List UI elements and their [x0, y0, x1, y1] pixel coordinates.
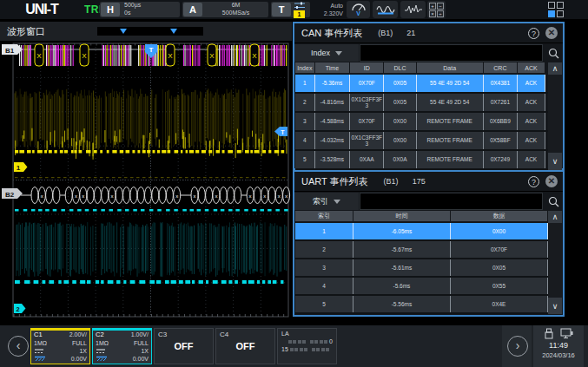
scroll-down-icon[interactable]: ∨: [548, 153, 562, 170]
event-cell: 0X4E: [451, 296, 548, 312]
collapse-left-button[interactable]: ‹: [8, 336, 29, 357]
la-bit-indicator: [302, 340, 306, 344]
channel4-box[interactable]: C4 OFF: [215, 328, 275, 364]
svg-text:x: x: [278, 193, 281, 199]
event-row-4[interactable]: 4-4.032ms0X1C3FF3F30X00REMOTE FRAME0X58B…: [295, 132, 548, 151]
dc-coupling-icon: [96, 348, 106, 354]
event-cell: 3: [295, 113, 315, 130]
uart-scrollbar[interactable]: ∧ ∨: [548, 211, 562, 314]
column-header[interactable]: 时间: [353, 211, 451, 223]
channel2-probe: 1X: [141, 348, 149, 354]
column-header[interactable]: Time: [315, 62, 350, 75]
channel1-name: C1: [34, 331, 43, 338]
uart-window-title: UART 事件列表: [301, 175, 368, 188]
column-header[interactable]: ID: [350, 62, 384, 75]
la-name: LA: [281, 331, 333, 337]
can-filter-dropdown[interactable]: Index: [294, 44, 359, 62]
can-filter-label: Index: [311, 49, 330, 57]
channel1-impedance: 1MΩ: [34, 340, 47, 346]
horizontal-position-bar[interactable]: [97, 27, 203, 36]
layout-grid-icon: [548, 2, 564, 17]
column-header[interactable]: Data: [417, 62, 484, 75]
scope-display[interactable]: XXXXXxxxxxxxxxxxB1B2TT12: [0, 41, 293, 322]
event-row-5[interactable]: 5-3.528ms0XAA0X0AREMOTE FRAME0X7249ACK: [295, 151, 548, 170]
event-row-3[interactable]: 3-4.588ms0X70F0X00REMOTE FRAME0X6BB9ACK: [295, 113, 548, 132]
horizontal-settings-button[interactable]: H 500µs 0s: [100, 2, 180, 17]
scroll-down-icon[interactable]: ∨: [548, 298, 562, 314]
svg-text:T: T: [281, 129, 285, 135]
close-icon[interactable]: ✕: [545, 27, 558, 39]
channel2-box[interactable]: C2 1.00V/ 1MΩ FULL 1X 0.00V: [92, 328, 152, 364]
event-cell: -5.56ms: [353, 296, 451, 312]
column-header[interactable]: ACK: [518, 62, 545, 75]
svg-text:x: x: [215, 193, 217, 199]
event-cell: 0X1C3FF3F3: [350, 132, 384, 149]
event-row-1[interactable]: 1-5.36ms0X70F0X0555 4E 49 2D 540X4381ACK: [295, 75, 548, 94]
can-bus-label: (B1): [378, 29, 393, 37]
can-search-button[interactable]: [544, 44, 563, 62]
la-bit-indicator: [304, 348, 307, 351]
acquire-settings-button[interactable]: A 6M 500MSa/s: [182, 2, 268, 17]
uart-search-button[interactable]: [544, 193, 563, 210]
column-header[interactable]: 数据: [451, 211, 548, 223]
scroll-up-icon[interactable]: ∧: [548, 62, 562, 75]
svg-text:x: x: [175, 193, 178, 199]
waveform-record-button[interactable]: [373, 1, 398, 18]
channel1-box[interactable]: C1 2.00V/ 1MΩ FULL 1X 0.00V: [30, 328, 90, 364]
trigger-position-marker-icon: [170, 29, 177, 34]
scroll-track[interactable]: [548, 75, 562, 153]
svg-text:x: x: [41, 193, 43, 199]
close-icon[interactable]: ✕: [545, 175, 558, 187]
timebase-value: 500µs: [124, 2, 141, 10]
channel3-box[interactable]: C3 OFF: [154, 328, 214, 364]
trigger-sliders-icon: [294, 2, 306, 10]
position-marker-icon: [120, 29, 127, 34]
event-cell: 55 4E 49 2D 54: [417, 94, 484, 111]
column-header[interactable]: CRC: [484, 62, 518, 75]
acquire-letter: A: [183, 3, 202, 16]
event-row-1[interactable]: 1-6.05ms0X00: [295, 223, 548, 241]
event-cell: 4: [295, 278, 353, 294]
event-row-2[interactable]: 2-5.67ms0X70F: [295, 241, 548, 259]
svg-text:x: x: [194, 193, 196, 199]
event-row-2[interactable]: 2-4.816ms0X1C3FF3F30X0555 4E 49 2D 540X7…: [295, 94, 548, 113]
fft-analysis-button[interactable]: [400, 1, 426, 18]
channel2-bandwidth: FULL: [134, 340, 149, 346]
event-row-3[interactable]: 3-5.61ms0X05: [295, 259, 548, 278]
can-table-body: 1-5.36ms0X70F0X0555 4E 49 2D 540X4381ACK…: [295, 75, 548, 170]
help-icon[interactable]: ?: [528, 176, 539, 187]
svg-text:1: 1: [17, 164, 21, 172]
uart-search-input[interactable]: [360, 193, 543, 210]
uart-event-table: 索引时间数据 1-6.05ms0X002-5.67ms0X70F3-5.61ms…: [295, 211, 562, 314]
horizontal-offset-value: 0s: [124, 10, 141, 17]
svg-text:x: x: [249, 193, 252, 199]
can-search-input[interactable]: [360, 44, 543, 62]
expand-right-button[interactable]: ›: [507, 336, 528, 357]
help-icon[interactable]: ?: [528, 28, 539, 39]
uart-window-titlebar: UART 事件列表 (B1) 175 ? ✕: [294, 172, 563, 191]
can-scrollbar[interactable]: ∧ ∨: [548, 62, 562, 170]
brand-logo: UNI-T: [2, 0, 82, 19]
svg-text:T: T: [149, 46, 154, 54]
uart-filter-dropdown[interactable]: 索引: [294, 193, 359, 210]
event-row-4[interactable]: 4-5.6ms0X55: [295, 278, 548, 296]
event-cell: 0X7261: [484, 94, 518, 111]
scroll-up-icon[interactable]: ∧: [548, 211, 562, 223]
la-high-bit-label: 0: [329, 338, 333, 344]
channel2-name: C2: [96, 331, 104, 338]
event-row-5[interactable]: 5-5.56ms0X4E: [295, 296, 548, 314]
top-toolbar: UNI-T TRIGED H 500µs 0s A 6M 500MSa/s T …: [0, 0, 588, 19]
display-layout-button[interactable]: [545, 1, 566, 18]
channel3-state: OFF: [158, 341, 209, 351]
scroll-track[interactable]: [548, 223, 562, 298]
trigger-settings-button[interactable]: T 1: [271, 2, 310, 17]
event-cell: 0XAA: [350, 151, 384, 168]
column-header[interactable]: 索引: [295, 211, 353, 223]
column-header[interactable]: DLC: [384, 62, 416, 75]
column-header[interactable]: Index: [295, 62, 315, 75]
logic-analyzer-box[interactable]: LA 0 15: [277, 328, 337, 364]
dvm-button[interactable]: V: [347, 1, 370, 18]
math-button[interactable]: +− ×÷: [427, 1, 446, 18]
can-event-count: 21: [406, 29, 415, 37]
event-cell: 0X0A: [384, 151, 416, 168]
